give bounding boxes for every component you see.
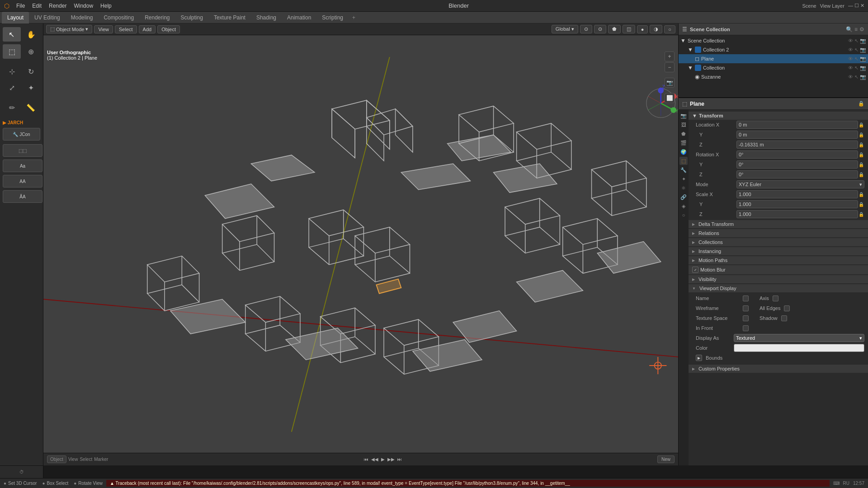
- location-z-value[interactable]: -0.16331 m: [736, 141, 858, 149]
- c2-visibility-icon[interactable]: 👁: [848, 47, 853, 53]
- location-x-value[interactable]: 0 m: [736, 121, 858, 129]
- perspective-ortho-btn[interactable]: ⬜: [665, 93, 675, 103]
- viewport-proportional-btn[interactable]: ⊙: [594, 25, 606, 33]
- camera-view-btn[interactable]: 📷: [665, 78, 675, 88]
- measure-tool[interactable]: 📏: [22, 100, 40, 115]
- col-render-icon[interactable]: 📷: [860, 65, 866, 71]
- all-edges-checkbox[interactable]: [784, 305, 790, 311]
- plane-render-icon[interactable]: 📷: [860, 56, 866, 62]
- menu-render[interactable]: Render: [45, 2, 70, 10]
- rotation-x-value[interactable]: 0°: [736, 150, 858, 159]
- viewport-select-menu[interactable]: Select: [115, 25, 137, 33]
- c2-render-icon[interactable]: 📷: [860, 47, 866, 53]
- tab-animation[interactable]: Animation: [282, 12, 316, 23]
- wireframe-checkbox[interactable]: [743, 305, 749, 311]
- motion-blur-checkbox[interactable]: ✓: [692, 267, 698, 273]
- viewport-canvas[interactable]: User Orthographic (1) Collection 2 | Pla…: [43, 35, 678, 454]
- c2-selectable-icon[interactable]: ↖: [854, 47, 859, 53]
- tab-scripting[interactable]: Scripting: [316, 12, 349, 23]
- viewport-xray-btn[interactable]: ◫: [623, 25, 635, 33]
- viewport-snap-btn[interactable]: ⊙: [580, 25, 592, 33]
- jarch-btn2[interactable]: Aa: [3, 160, 42, 172]
- scale-y-lock[interactable]: 🔒: [858, 200, 864, 208]
- menu-window[interactable]: Window: [70, 2, 97, 10]
- tab-sculpting[interactable]: Sculpting: [175, 12, 208, 23]
- tab-rendering[interactable]: Rendering: [139, 12, 175, 23]
- location-x-lock[interactable]: 🔒: [858, 121, 864, 129]
- props-tab-data[interactable]: ◈: [679, 202, 688, 210]
- props-tab-view-layer[interactable]: ⬟: [679, 130, 688, 138]
- scale-z-value[interactable]: 1.000: [736, 210, 858, 218]
- props-tab-constraints[interactable]: 🔗: [679, 193, 688, 201]
- viewport-shading-material[interactable]: ◑: [650, 25, 662, 33]
- viewport-add-menu[interactable]: Add: [139, 25, 156, 33]
- play-btn[interactable]: ▶: [381, 457, 385, 462]
- rotate-tool[interactable]: ↻: [22, 64, 40, 79]
- rotation-mode-dropdown[interactable]: XYZ Euler ▾: [736, 180, 864, 188]
- rotation-y-value[interactable]: 0°: [736, 160, 858, 169]
- viewport-3d[interactable]: ⬚ Object Mode ▾ View Select Add Object G…: [43, 23, 678, 465]
- viewport-object-menu[interactable]: Object: [157, 25, 180, 33]
- viewport-display-header[interactable]: Viewport Display: [689, 284, 868, 292]
- tab-modeling[interactable]: Modeling: [66, 12, 99, 23]
- timeline-view[interactable]: View: [68, 457, 78, 462]
- rotation-x-lock[interactable]: 🔒: [858, 150, 864, 159]
- jarch-icon-btn[interactable]: 🔧 JCon: [3, 128, 40, 141]
- jarch-btn4[interactable]: ÅA: [3, 190, 42, 203]
- scale-x-lock[interactable]: 🔒: [858, 190, 864, 198]
- annotate-tool[interactable]: ✏: [3, 100, 21, 115]
- outliner-sort-icon[interactable]: ≡: [854, 26, 858, 33]
- location-y-lock[interactable]: 🔒: [858, 131, 864, 139]
- timeline-marker[interactable]: Marker: [94, 457, 108, 462]
- props-tab-world[interactable]: 🌍: [679, 148, 688, 156]
- viewport-shading-rendered[interactable]: ○: [664, 25, 675, 33]
- shadow-checkbox[interactable]: [781, 315, 787, 321]
- frame-new-label[interactable]: New: [657, 455, 675, 463]
- cursor-tool[interactable]: ⊕: [22, 44, 40, 59]
- viewport-global-btn[interactable]: Global ▾: [552, 25, 578, 33]
- viewport-shading-solid[interactable]: ●: [637, 25, 648, 33]
- outliner-plane[interactable]: ◻ Plane 👁 ↖ 📷: [679, 54, 868, 63]
- props-tab-physics[interactable]: ⚛: [679, 184, 688, 192]
- tab-shading[interactable]: Shading: [251, 12, 282, 23]
- color-swatch[interactable]: [734, 344, 864, 352]
- suz-visibility-icon[interactable]: 👁: [848, 74, 853, 80]
- texture-space-checkbox[interactable]: [743, 315, 749, 321]
- menu-edit[interactable]: Edit: [28, 2, 45, 10]
- transform-tool[interactable]: ✦: [22, 80, 40, 95]
- display-as-dropdown[interactable]: Textured ▾: [734, 334, 864, 342]
- render-icon[interactable]: 📷: [860, 38, 866, 44]
- bounds-expand-icon[interactable]: ▶: [696, 355, 702, 361]
- rotation-y-lock[interactable]: 🔒: [858, 160, 864, 169]
- viewport-view-menu[interactable]: View: [94, 25, 113, 33]
- play-beginning-btn[interactable]: ⏮: [364, 457, 368, 462]
- zoom-in-btn[interactable]: +: [665, 52, 675, 61]
- outliner-scene-collection[interactable]: ▼ Scene Collection 👁 ↖ 📷: [679, 36, 868, 45]
- menu-file[interactable]: File: [13, 2, 28, 10]
- scale-tool[interactable]: ⤢: [3, 80, 21, 95]
- transform-section-header[interactable]: ▼ Transform: [689, 112, 868, 120]
- tab-texture-paint[interactable]: Texture Paint: [208, 12, 251, 23]
- location-z-lock[interactable]: 🔒: [858, 141, 864, 149]
- outliner-collection[interactable]: ▼ Collection 👁 ↖ 📷: [679, 63, 868, 72]
- scene-selector[interactable]: Scene: [802, 3, 816, 9]
- move-tool[interactable]: ⊹: [3, 64, 21, 79]
- hand-tool[interactable]: ✋: [23, 27, 41, 42]
- location-y-value[interactable]: 0 m: [736, 131, 858, 139]
- col-selectable-icon[interactable]: ↖: [854, 65, 859, 71]
- props-tab-modifier[interactable]: 🔧: [679, 166, 688, 174]
- suz-render-icon[interactable]: 📷: [860, 74, 866, 80]
- viewport-overlay-btn[interactable]: ⬟: [608, 25, 621, 33]
- collections-header[interactable]: Collections: [689, 238, 868, 246]
- outliner-collection2[interactable]: ▼ Collection 2 👁 ↖ 📷: [679, 45, 868, 54]
- delta-transform-header[interactable]: Delta Transform: [689, 220, 868, 228]
- outliner-filter-icon[interactable]: 🔍: [846, 26, 853, 33]
- play-end-btn[interactable]: ⏭: [397, 457, 402, 462]
- tab-compositing[interactable]: Compositing: [98, 12, 139, 23]
- scale-y-value[interactable]: 1.000: [736, 200, 858, 208]
- props-tab-output[interactable]: 🖼: [679, 121, 688, 129]
- plane-visibility-icon[interactable]: 👁: [848, 56, 853, 62]
- timeline-mode[interactable]: Object: [47, 455, 66, 463]
- props-tab-scene[interactable]: 🎬: [679, 139, 688, 147]
- add-workspace-button[interactable]: +: [349, 13, 359, 23]
